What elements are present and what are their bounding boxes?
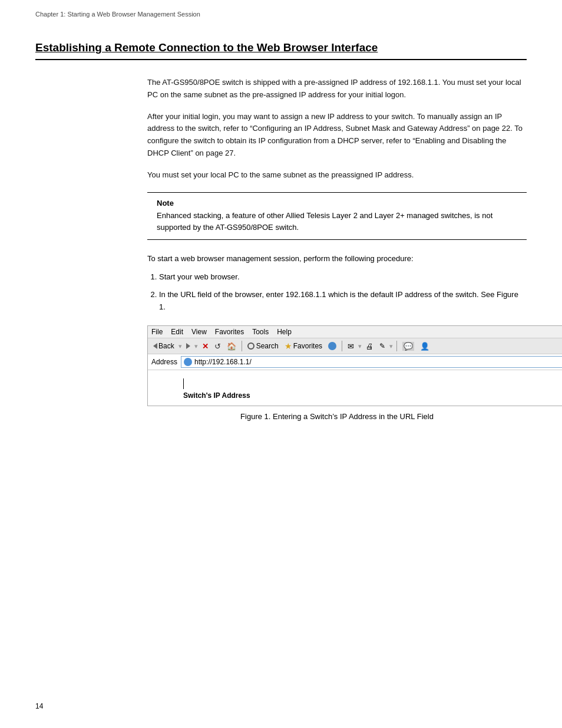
media-button[interactable] — [326, 341, 338, 351]
separator-2 — [342, 341, 342, 351]
main-content: Establishing a Remote Connection to the … — [35, 0, 527, 421]
print-icon: 🖨 — [366, 342, 373, 351]
url-text: http://192.168.1.1/ — [194, 358, 252, 366]
favorites-button[interactable]: ★ Favorites — [283, 341, 324, 351]
back-label: Back — [158, 342, 174, 350]
menu-file[interactable]: File — [151, 328, 163, 336]
home-icon: 🏠 — [227, 342, 236, 351]
paragraph-1: The AT-GS950/8POE switch is shipped with… — [147, 77, 527, 101]
chapter-header: Chapter 1: Starting a Web Browser Manage… — [35, 11, 200, 18]
paragraph-3: You must set your local PC to the same s… — [147, 169, 527, 182]
edit-dropdown[interactable]: ▾ — [389, 342, 393, 350]
cursor-area: Switch's IP Address — [154, 378, 562, 400]
menu-edit[interactable]: Edit — [171, 328, 183, 336]
procedure-intro: To start a web browser management sessio… — [147, 253, 527, 265]
print-button[interactable]: 🖨 — [364, 341, 375, 351]
home-button[interactable]: 🏠 — [225, 341, 238, 351]
mail-button[interactable]: ✉ — [346, 341, 356, 351]
favorites-label: Favorites — [293, 342, 322, 350]
forward-button[interactable] — [184, 342, 192, 350]
edit-icon: ✎ — [379, 342, 385, 350]
separator-3 — [396, 341, 397, 351]
browser-mockup: File Edit View Favorites Tools Help Back… — [147, 325, 562, 406]
page-number: 14 — [35, 702, 43, 710]
steps-list: Start your web browser. In the URL field… — [159, 271, 527, 314]
switch-ip-label: Switch's IP Address — [183, 391, 250, 400]
address-field[interactable]: http://192.168.1.1/ — [181, 356, 562, 368]
back-arrow-icon — [153, 343, 157, 349]
step-2: In the URL field of the browser, enter 1… — [159, 289, 527, 314]
step-1: Start your web browser. — [159, 271, 527, 284]
browser-addressbar: Address http://192.168.1.1/ — [148, 354, 562, 370]
content-area: The AT-GS950/8POE switch is shipped with… — [147, 77, 527, 421]
browser-menubar: File Edit View Favorites Tools Help — [148, 326, 562, 338]
paragraph-2: After your initial login, you may want t… — [147, 111, 527, 160]
menu-tools[interactable]: Tools — [252, 328, 269, 336]
browser-toolbar: Back ▾ ▾ ✕ ↺ 🏠 — [148, 338, 562, 354]
stop-button[interactable]: ✕ — [200, 341, 210, 351]
page-title: Establishing a Remote Connection to the … — [35, 41, 527, 60]
separator-1 — [242, 341, 242, 351]
refresh-icon: ↺ — [214, 342, 221, 351]
menu-favorites[interactable]: Favorites — [215, 328, 244, 336]
discuss-button[interactable]: 💬 — [401, 341, 416, 351]
address-label: Address — [151, 358, 177, 366]
messenger-icon: 👤 — [420, 342, 429, 351]
chapter-title-text: Chapter 1: Starting a Web Browser Manage… — [35, 11, 200, 18]
refresh-button[interactable]: ↺ — [213, 341, 223, 351]
favorites-star-icon: ★ — [285, 341, 292, 351]
forward-dropdown[interactable]: ▾ — [194, 342, 198, 350]
menu-help[interactable]: Help — [277, 328, 292, 336]
browser-content: Switch's IP Address — [148, 370, 562, 406]
discuss-icon: 💬 — [402, 342, 414, 351]
edit-button[interactable]: ✎ — [378, 341, 387, 351]
stop-icon: ✕ — [202, 342, 209, 351]
messenger-button[interactable]: 👤 — [418, 341, 431, 351]
search-label: Search — [256, 342, 279, 350]
figure-caption: Figure 1. Entering a Switch’s IP Address… — [147, 412, 527, 421]
note-text: Enhanced stacking, a feature of other Al… — [157, 210, 517, 233]
back-button[interactable]: Back — [151, 341, 176, 351]
forward-arrow-icon — [186, 343, 190, 349]
note-title: Note — [157, 199, 517, 207]
cursor-icon — [183, 378, 184, 389]
back-dropdown[interactable]: ▾ — [178, 342, 182, 350]
search-icon — [247, 342, 254, 350]
media-icon — [328, 342, 336, 350]
globe-icon — [184, 358, 192, 366]
mail-dropdown[interactable]: ▾ — [358, 342, 362, 350]
note-box: Note Enhanced stacking, a feature of oth… — [147, 192, 527, 240]
mail-icon: ✉ — [348, 342, 354, 351]
menu-view[interactable]: View — [191, 328, 207, 336]
search-button[interactable]: Search — [246, 341, 280, 351]
